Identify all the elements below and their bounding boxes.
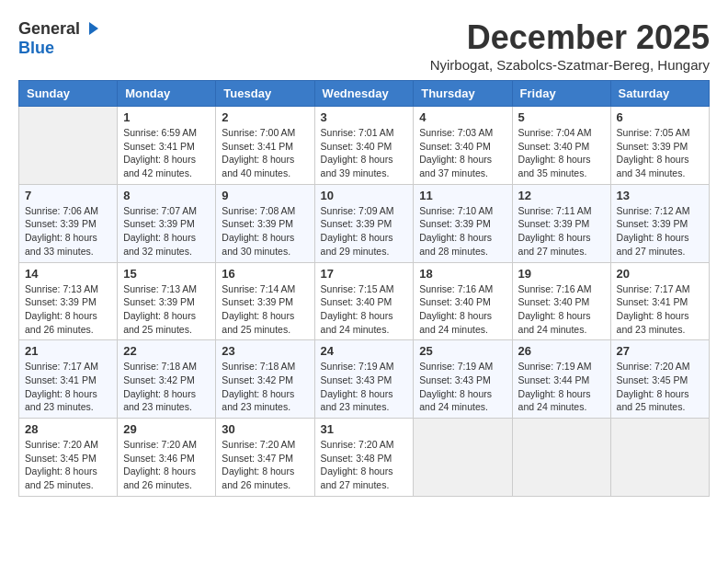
day-info: Sunrise: 7:05 AM Sunset: 3:39 PM Dayligh… [617, 126, 703, 180]
day-info: Sunrise: 7:20 AM Sunset: 3:45 PM Dayligh… [25, 438, 111, 492]
day-info: Sunrise: 7:17 AM Sunset: 3:41 PM Dayligh… [617, 282, 703, 337]
day-number: 3 [321, 110, 408, 124]
calendar-cell: 20Sunrise: 7:17 AM Sunset: 3:41 PM Dayli… [610, 262, 709, 340]
day-info: Sunrise: 7:16 AM Sunset: 3:40 PM Dayligh… [419, 282, 506, 337]
weekday-header-monday: Monday [118, 81, 216, 107]
month-title: December 2025 [430, 18, 710, 57]
calendar-cell: 9Sunrise: 7:08 AM Sunset: 3:39 PM Daylig… [216, 184, 314, 262]
calendar-cell: 3Sunrise: 7:01 AM Sunset: 3:40 PM Daylig… [314, 107, 414, 185]
svg-marker-0 [89, 22, 98, 35]
day-info: Sunrise: 7:14 AM Sunset: 3:39 PM Dayligh… [222, 282, 308, 337]
calendar-cell: 17Sunrise: 7:15 AM Sunset: 3:40 PM Dayli… [314, 262, 414, 340]
calendar-cell: 23Sunrise: 7:18 AM Sunset: 3:42 PM Dayli… [216, 340, 314, 419]
day-number: 31 [321, 422, 408, 436]
calendar-cell: 31Sunrise: 7:20 AM Sunset: 3:48 PM Dayli… [314, 419, 414, 497]
day-info: Sunrise: 7:16 AM Sunset: 3:40 PM Dayligh… [518, 282, 605, 337]
weekday-header-wednesday: Wednesday [314, 81, 414, 107]
calendar-cell: 21Sunrise: 7:17 AM Sunset: 3:41 PM Dayli… [19, 340, 118, 419]
day-info: Sunrise: 7:07 AM Sunset: 3:39 PM Dayligh… [123, 204, 210, 259]
calendar-cell: 30Sunrise: 7:20 AM Sunset: 3:47 PM Dayli… [216, 419, 314, 497]
calendar-cell [414, 419, 512, 497]
day-info: Sunrise: 7:00 AM Sunset: 3:41 PM Dayligh… [222, 126, 308, 180]
weekday-header-saturday: Saturday [610, 81, 709, 107]
day-info: Sunrise: 7:03 AM Sunset: 3:40 PM Dayligh… [419, 126, 506, 180]
calendar-table: SundayMondayTuesdayWednesdayThursdayFrid… [18, 80, 710, 497]
day-number: 24 [321, 344, 408, 358]
day-number: 18 [419, 267, 506, 281]
day-info: Sunrise: 7:04 AM Sunset: 3:40 PM Dayligh… [518, 126, 605, 180]
calendar-cell: 26Sunrise: 7:19 AM Sunset: 3:44 PM Dayli… [512, 340, 610, 419]
day-info: Sunrise: 7:19 AM Sunset: 3:43 PM Dayligh… [321, 360, 408, 414]
logo-general: General [18, 19, 80, 39]
calendar-cell: 1Sunrise: 6:59 AM Sunset: 3:41 PM Daylig… [118, 107, 216, 185]
day-info: Sunrise: 7:20 AM Sunset: 3:48 PM Dayligh… [321, 438, 408, 492]
day-number: 27 [617, 344, 703, 358]
day-number: 6 [617, 110, 703, 124]
calendar-cell: 2Sunrise: 7:00 AM Sunset: 3:41 PM Daylig… [216, 107, 314, 185]
day-info: Sunrise: 7:15 AM Sunset: 3:40 PM Dayligh… [321, 282, 408, 337]
calendar-cell: 4Sunrise: 7:03 AM Sunset: 3:40 PM Daylig… [414, 107, 512, 185]
calendar-cell [19, 107, 118, 185]
calendar-cell: 12Sunrise: 7:11 AM Sunset: 3:39 PM Dayli… [512, 184, 610, 262]
weekday-header-sunday: Sunday [19, 81, 118, 107]
calendar-week-5: 28Sunrise: 7:20 AM Sunset: 3:45 PM Dayli… [19, 419, 710, 497]
day-info: Sunrise: 7:13 AM Sunset: 3:39 PM Dayligh… [123, 282, 210, 337]
day-info: Sunrise: 7:19 AM Sunset: 3:44 PM Dayligh… [518, 360, 605, 414]
day-info: Sunrise: 7:18 AM Sunset: 3:42 PM Dayligh… [123, 360, 210, 414]
weekday-header-friday: Friday [512, 81, 610, 107]
calendar-week-1: 1Sunrise: 6:59 AM Sunset: 3:41 PM Daylig… [19, 107, 710, 185]
day-number: 10 [321, 189, 408, 202]
day-number: 19 [518, 267, 605, 281]
calendar-cell: 8Sunrise: 7:07 AM Sunset: 3:39 PM Daylig… [118, 184, 216, 262]
calendar-cell: 6Sunrise: 7:05 AM Sunset: 3:39 PM Daylig… [610, 107, 709, 185]
day-number: 8 [123, 189, 210, 202]
day-number: 1 [123, 110, 210, 124]
calendar-cell [610, 419, 709, 497]
day-number: 2 [222, 110, 308, 124]
header: General Blue December 2025 Nyirbogat, Sz… [18, 18, 710, 73]
calendar-cell: 25Sunrise: 7:19 AM Sunset: 3:43 PM Dayli… [414, 340, 512, 419]
day-info: Sunrise: 7:01 AM Sunset: 3:40 PM Dayligh… [321, 126, 408, 180]
day-info: Sunrise: 6:59 AM Sunset: 3:41 PM Dayligh… [123, 126, 210, 180]
day-number: 5 [518, 110, 605, 124]
day-number: 9 [222, 189, 308, 202]
calendar-cell: 24Sunrise: 7:19 AM Sunset: 3:43 PM Dayli… [314, 340, 414, 419]
day-number: 13 [617, 189, 703, 202]
day-number: 21 [25, 344, 111, 358]
day-info: Sunrise: 7:18 AM Sunset: 3:42 PM Dayligh… [222, 360, 308, 414]
day-info: Sunrise: 7:20 AM Sunset: 3:47 PM Dayligh… [222, 438, 308, 492]
day-number: 28 [25, 422, 111, 436]
weekday-header-thursday: Thursday [414, 81, 512, 107]
day-number: 26 [518, 344, 605, 358]
calendar-cell: 27Sunrise: 7:20 AM Sunset: 3:45 PM Dayli… [610, 340, 709, 419]
calendar-week-4: 21Sunrise: 7:17 AM Sunset: 3:41 PM Dayli… [19, 340, 710, 419]
day-info: Sunrise: 7:06 AM Sunset: 3:39 PM Dayligh… [25, 204, 111, 259]
day-number: 12 [518, 189, 605, 202]
calendar-cell: 15Sunrise: 7:13 AM Sunset: 3:39 PM Dayli… [118, 262, 216, 340]
calendar-week-3: 14Sunrise: 7:13 AM Sunset: 3:39 PM Dayli… [19, 262, 710, 340]
calendar-cell: 10Sunrise: 7:09 AM Sunset: 3:39 PM Dayli… [314, 184, 414, 262]
day-number: 22 [123, 344, 210, 358]
calendar-cell: 28Sunrise: 7:20 AM Sunset: 3:45 PM Dayli… [19, 419, 118, 497]
day-number: 15 [123, 267, 210, 281]
day-info: Sunrise: 7:19 AM Sunset: 3:43 PM Dayligh… [419, 360, 506, 414]
calendar-cell: 5Sunrise: 7:04 AM Sunset: 3:40 PM Daylig… [512, 107, 610, 185]
day-number: 4 [419, 110, 506, 124]
calendar-cell: 29Sunrise: 7:20 AM Sunset: 3:46 PM Dayli… [118, 419, 216, 497]
calendar-cell [512, 419, 610, 497]
calendar-cell: 22Sunrise: 7:18 AM Sunset: 3:42 PM Dayli… [118, 340, 216, 419]
day-number: 16 [222, 267, 308, 281]
day-number: 14 [25, 267, 111, 281]
day-number: 17 [321, 267, 408, 281]
day-number: 7 [25, 189, 111, 202]
calendar-cell: 13Sunrise: 7:12 AM Sunset: 3:39 PM Dayli… [610, 184, 709, 262]
calendar-cell: 18Sunrise: 7:16 AM Sunset: 3:40 PM Dayli… [414, 262, 512, 340]
day-info: Sunrise: 7:12 AM Sunset: 3:39 PM Dayligh… [617, 204, 703, 259]
day-info: Sunrise: 7:09 AM Sunset: 3:39 PM Dayligh… [321, 204, 408, 259]
day-number: 11 [419, 189, 506, 202]
day-info: Sunrise: 7:10 AM Sunset: 3:39 PM Dayligh… [419, 204, 506, 259]
day-info: Sunrise: 7:17 AM Sunset: 3:41 PM Dayligh… [25, 360, 111, 414]
calendar-cell: 19Sunrise: 7:16 AM Sunset: 3:40 PM Dayli… [512, 262, 610, 340]
location-title: Nyirbogat, Szabolcs-Szatmar-Bereg, Hunga… [430, 57, 710, 73]
title-area: December 2025 Nyirbogat, Szabolcs-Szatma… [430, 18, 710, 73]
